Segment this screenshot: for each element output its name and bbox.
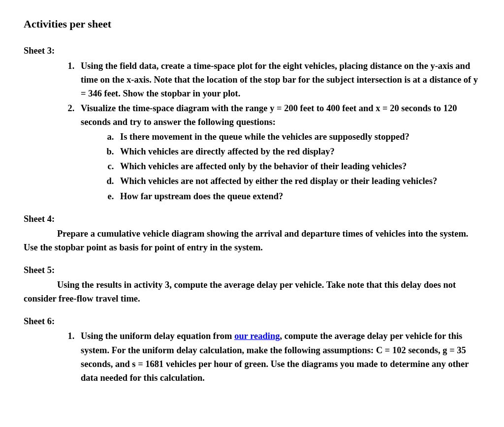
sheet6-list: Using the uniform delay equation from ou…	[24, 329, 480, 384]
sheet3-sub-c: Which vehicles are affected only by the …	[116, 159, 480, 173]
sheet3-item-2-text: Visualize the time-space diagram with th…	[81, 103, 457, 127]
sheet3-list: Using the field data, create a time-spac…	[24, 59, 480, 203]
sheet3-sub-a: Is there movement in the queue while the…	[116, 130, 480, 144]
page-title: Activities per sheet	[24, 16, 480, 32]
sheet3-item-2: Visualize the time-space diagram with th…	[77, 101, 480, 203]
sheet4-body: Prepare a cumulative vehicle diagram sho…	[24, 227, 480, 254]
sheet6-item-1-before: Using the uniform delay equation from	[81, 331, 234, 341]
sheet5-heading: Sheet 5:	[24, 263, 480, 277]
sheet3-sub-d: Which vehicles are not affected by eithe…	[116, 174, 480, 188]
reading-link[interactable]: our reading	[234, 331, 280, 341]
sheet3-item-1: Using the field data, create a time-spac…	[77, 59, 480, 100]
sheet3-sublist: Is there movement in the queue while the…	[81, 130, 480, 203]
sheet3-sub-e: How far upstream does the queue extend?	[116, 189, 480, 203]
sheet5-body: Using the results in activity 3, compute…	[24, 278, 480, 305]
sheet3-item-1-text: Using the field data, create a time-spac…	[81, 61, 478, 98]
sheet6-heading: Sheet 6:	[24, 314, 480, 328]
sheet3-sub-b: Which vehicles are directly affected by …	[116, 145, 480, 158]
sheet3-heading: Sheet 3:	[24, 44, 480, 58]
sheet4-heading: Sheet 4:	[24, 212, 480, 226]
sheet6-item-1: Using the uniform delay equation from ou…	[77, 329, 480, 384]
